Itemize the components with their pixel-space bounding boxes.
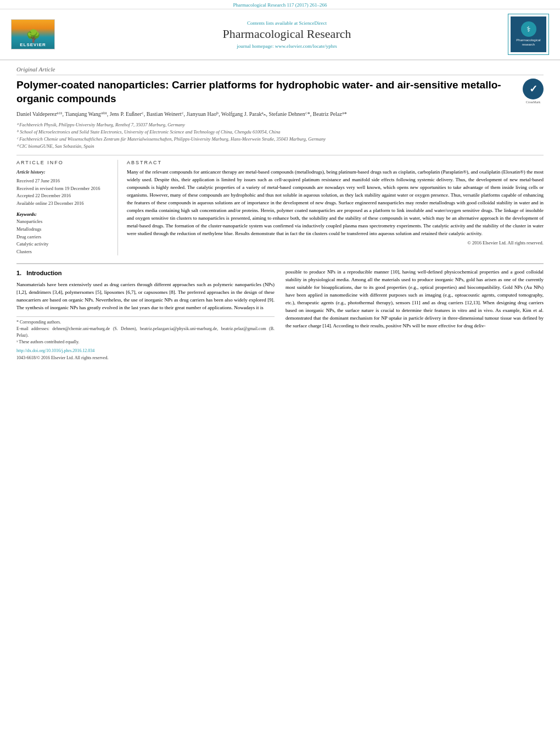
keyword-2: Drug carriers (16, 234, 41, 239)
journal-citation: Pharmacological Research 117 (2017) 261–… (0, 0, 560, 9)
keyword-3: Catalytic activity (16, 241, 48, 247)
intro-col2-text: possible to produce NPs in a reproducibl… (285, 269, 544, 330)
intro-number: 1. (16, 270, 21, 276)
keywords-list: Nanoparticles Metallodrugs Drug carriers… (16, 218, 111, 255)
history-label: Article history: (16, 169, 111, 176)
article-type-label: Original Article (16, 66, 544, 75)
article-info-title: ARTICLE INFO (16, 160, 111, 165)
journal-homepage: journal homepage: www.elsevier.com/locat… (66, 43, 508, 49)
elsevier-wordmark: ELSEVIER (20, 42, 46, 47)
authors-text: Daniel Valdeperezᵃ¹¹, Tianqiang Wangᵃᵇ¹,… (16, 111, 347, 117)
received-revised-date: Received in revised form 19 December 201… (16, 186, 100, 191)
equal-contrib-note: ¹ These authors contributed equally. (16, 339, 275, 345)
keyword-0: Nanoparticles (16, 219, 42, 224)
journal-title: Pharmacological Research (66, 27, 508, 41)
keyword-4: Clusters (16, 249, 32, 254)
authors: Daniel Valdeperezᵃ¹¹, Tianqiang Wangᵃᵇ¹,… (16, 110, 544, 118)
elsevier-tree-icon: 🌳 (26, 30, 41, 42)
affiliations: ᵃ Fachbereich Physik, Philipps-Universit… (16, 121, 544, 149)
article-history: Article history: Received 27 June 2016 R… (16, 169, 111, 207)
affiliation-c: ᶜ Fachbereich Chemie und Wissenschaftlic… (16, 136, 544, 143)
title-section: Polymer-coated nanoparticles: Carrier pl… (16, 79, 544, 105)
intro-col-left: 1. Introduction Nanomaterials have been … (16, 269, 275, 361)
accepted-date: Accepted 22 December 2016 (16, 193, 71, 198)
article-content: Original Article Polymer-coated nanopart… (0, 60, 560, 367)
abstract-title: ABSTRACT (127, 160, 544, 165)
crossmark-icon: ✓ (523, 79, 544, 99)
footnote-area: * Corresponding authors. E-mail addresse… (16, 316, 275, 345)
crossmark-badge: ✓ CrossMark (523, 79, 544, 99)
intro-title: Introduction (26, 270, 61, 276)
page: Pharmacological Research 117 (2017) 261–… (0, 0, 560, 742)
keywords-label: Keywords: (16, 211, 111, 217)
journal-header: 🌳 ELSEVIER Contents lists available at S… (0, 9, 560, 60)
intro-heading: 1. Introduction (16, 269, 275, 278)
received-date: Received 27 June 2016 (16, 178, 60, 183)
header-center: Contents lists available at ScienceDirec… (66, 20, 508, 49)
intro-col1-text: Nanomaterials have been extensively used… (16, 281, 275, 312)
section-divider (16, 263, 544, 264)
affiliation-d: ᵈ CIC biomaGUNE, San Sebastián, Spain (16, 143, 544, 150)
introduction-section: 1. Introduction Nanomaterials have been … (16, 269, 544, 361)
elsevier-logo-image: 🌳 ELSEVIER (11, 19, 55, 49)
available-online-date: Available online 23 December 2016 (16, 200, 84, 206)
email-note: E-mail addresses: dehnen@chemie.uni-marb… (16, 326, 275, 339)
keyword-1: Metallodrugs (16, 226, 41, 232)
elsevier-logo: 🌳 ELSEVIER (11, 19, 55, 49)
doi-text: http://dx.doi.org/10.1016/j.phrs.2016.12… (16, 348, 94, 353)
affiliation-b: ᵇ School of Microelectronics and Solid S… (16, 129, 544, 136)
abstract-body: Many of the relevant compounds for antic… (127, 169, 544, 237)
pharmacological-logo-inner: ⚕ Pharmacological research (511, 16, 546, 52)
citation-text: Pharmacological Research 117 (2017) 261–… (233, 2, 327, 8)
intro-col-right: possible to produce NPs in a reproducibl… (285, 269, 544, 361)
copyright: © 2016 Elsevier Ltd. All rights reserved… (127, 240, 544, 246)
sciencedirect-label: Contents lists available at ScienceDirec… (66, 20, 508, 26)
article-info-column: ARTICLE INFO Article history: Received 2… (16, 160, 118, 255)
affiliation-a: ᵃ Fachbereich Physik, Philipps-Universit… (16, 121, 544, 129)
article-info-abstract: ARTICLE INFO Article history: Received 2… (16, 155, 544, 255)
pharmacological-logo: ⚕ Pharmacological research (508, 14, 549, 55)
logo-circle-icon: ⚕ (521, 21, 536, 37)
doi-line[interactable]: http://dx.doi.org/10.1016/j.phrs.2016.12… (16, 348, 275, 354)
issn-line: 1043-6618/© 2016 Elsevier Ltd. All right… (16, 355, 275, 361)
pharmacological-logo-text: Pharmacological research (511, 38, 546, 47)
paper-title: Polymer-coated nanoparticles: Carrier pl… (16, 79, 517, 105)
corresponding-note: * Corresponding authors. (16, 319, 275, 326)
abstract-text: Many of the relevant compounds for antic… (127, 169, 544, 237)
abstract-column: ABSTRACT Many of the relevant compounds … (127, 160, 544, 255)
